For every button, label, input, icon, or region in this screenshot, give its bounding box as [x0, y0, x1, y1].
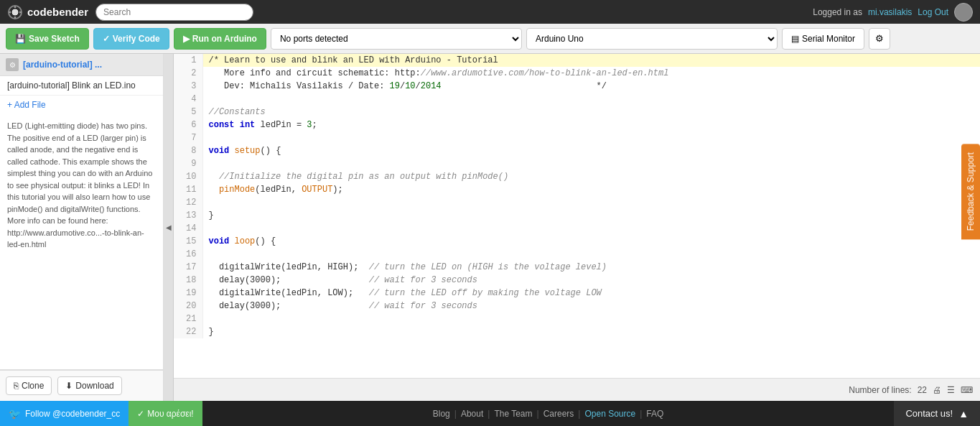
sidebar-header: ⚙ [arduino-tutorial] ...	[0, 54, 163, 76]
line-content[interactable]: pinMode(ledPin, OUTPUT);	[202, 183, 980, 196]
keyboard-icon[interactable]: ⌨	[961, 385, 973, 395]
sidebar-collapse-button[interactable]: ⚙	[6, 58, 19, 71]
line-content[interactable]: }	[202, 325, 980, 338]
sidebar: ⚙ [arduino-tutorial] ... [arduino-tutori…	[0, 54, 164, 401]
settings-gear-icon: ⚙	[875, 33, 884, 44]
line-content[interactable]: const int ledPin = 3;	[202, 119, 980, 131]
print-icon[interactable]: 🖨	[933, 385, 941, 395]
team-link[interactable]: The Team	[490, 409, 536, 419]
line-number: 7	[174, 131, 202, 144]
save-sketch-button[interactable]: 💾 Save Sketch	[6, 28, 89, 50]
line-number: 5	[174, 106, 202, 119]
download-button[interactable]: ⬇ Download	[57, 376, 121, 395]
line-content[interactable]	[202, 248, 980, 261]
line-number: 2	[174, 67, 202, 80]
line-content[interactable]: digitalWrite(ledPin, HIGH); // turn the …	[202, 261, 980, 274]
footer-links: Blog | About | The Team | Careers | Open…	[429, 409, 668, 419]
feedback-tab[interactable]: Feedback & Support	[961, 144, 980, 239]
port-select[interactable]: No ports detected	[271, 28, 522, 50]
gear-icon	[7, 4, 23, 20]
description-text: LED (Light-emitting diode) has two pins.…	[7, 121, 152, 249]
toolbar: 💾 Save Sketch ✓ Verify Code ▶ Run on Ard…	[0, 24, 980, 54]
editor-scroll[interactable]: 1/* Learn to use and blink an LED with A…	[174, 54, 980, 378]
logo-text: codebender	[27, 6, 88, 18]
line-number: 18	[174, 274, 202, 287]
settings-small-icon: ⚙	[9, 61, 16, 69]
line-content[interactable]: //Initialize the digital pin as an outpu…	[202, 170, 980, 183]
clone-button[interactable]: ⎘ Clone	[6, 376, 52, 395]
contact-chevron-icon: ▲	[958, 408, 969, 420]
line-number: 1	[174, 54, 202, 67]
header-right: Logged in as mi.vasilakis Log Out	[813, 3, 973, 22]
collapse-arrow-icon: ◀	[166, 223, 172, 231]
like-label: Μου αρέσει!	[147, 409, 193, 419]
blog-link[interactable]: Blog	[429, 409, 454, 419]
careers-link[interactable]: Careers	[539, 409, 579, 419]
clone-icon: ⎘	[14, 381, 19, 391]
line-content[interactable]: void loop() {	[202, 235, 980, 248]
page-footer: 🐦 Follow @codebender_cc ✓ Μου αρέσει! Bl…	[0, 401, 980, 426]
twitter-icon: 🐦	[9, 408, 21, 420]
logged-in-text: Logged in as	[813, 7, 862, 17]
line-content[interactable]: /* Learn to use and blink an LED with Ar…	[202, 54, 980, 67]
run-label: Run on Arduino	[192, 34, 257, 44]
line-number: 4	[174, 93, 202, 106]
code-table: 1/* Learn to use and blink an LED with A…	[174, 54, 980, 338]
verify-code-button[interactable]: ✓ Verify Code	[93, 28, 169, 50]
add-file-button[interactable]: + Add File	[0, 96, 163, 114]
faq-link[interactable]: FAQ	[642, 409, 668, 419]
contact-label: Contact us!	[905, 408, 953, 419]
line-content[interactable]	[202, 157, 980, 170]
line-content[interactable]	[202, 196, 980, 209]
line-content[interactable]: }	[202, 209, 980, 222]
line-number: 12	[174, 196, 202, 209]
run-on-arduino-button[interactable]: ▶ Run on Arduino	[174, 28, 266, 50]
serial-monitor-button[interactable]: ▤ Serial Monitor	[782, 28, 864, 50]
twitter-label: Follow @codebender_cc	[25, 409, 120, 419]
footer-right: Number of lines: 22 🖨 ☰ ⌨	[849, 385, 973, 395]
line-content[interactable]	[202, 93, 980, 106]
line-number: 9	[174, 157, 202, 170]
line-content[interactable]: More info and circuit schematic: http://…	[202, 67, 980, 80]
sidebar-title: [arduino-tutorial] ...	[23, 60, 102, 70]
line-content[interactable]	[202, 222, 980, 235]
main-content: ⚙ [arduino-tutorial] ... [arduino-tutori…	[0, 54, 980, 401]
line-content[interactable]: delay(3000); // wait for 3 seconds	[202, 300, 980, 312]
file-name: [arduino-tutorial] Blink an LED.ino	[7, 80, 136, 91]
avatar	[954, 3, 973, 22]
line-content[interactable]: digitalWrite(ledPin, LOW); // turn the L…	[202, 287, 980, 300]
line-content[interactable]: delay(3000); // wait for 3 seconds	[202, 274, 980, 287]
line-content[interactable]: //Constants	[202, 106, 980, 119]
line-content[interactable]: Dev: Michalis Vasilakis / Date: 19/10/20…	[202, 80, 980, 93]
search-input[interactable]	[95, 4, 253, 21]
sidebar-footer: ⎘ Clone ⬇ Download	[0, 370, 163, 401]
twitter-button[interactable]: 🐦 Follow @codebender_cc	[0, 401, 129, 426]
clone-label: Clone	[22, 381, 44, 391]
line-number: 21	[174, 312, 202, 325]
line-content[interactable]: void setup() {	[202, 144, 980, 157]
svg-point-2	[13, 9, 18, 14]
line-number: 22	[174, 325, 202, 338]
username-link[interactable]: mi.vasilakis	[868, 7, 912, 17]
collapse-handle[interactable]: ◀	[164, 54, 174, 401]
line-content[interactable]	[202, 131, 980, 144]
lines-icon[interactable]: ☰	[947, 385, 955, 395]
board-select[interactable]: Arduino Uno	[526, 28, 778, 50]
line-number: 6	[174, 119, 202, 131]
like-button[interactable]: ✓ Μου αρέσει!	[129, 401, 202, 426]
line-number: 16	[174, 248, 202, 261]
file-item[interactable]: [arduino-tutorial] Blink an LED.ino	[0, 76, 163, 96]
line-number: 20	[174, 300, 202, 312]
logout-button[interactable]: Log Out	[918, 7, 948, 17]
save-label: Save Sketch	[29, 34, 80, 44]
line-number: 14	[174, 222, 202, 235]
settings-button[interactable]: ⚙	[869, 28, 890, 50]
contact-bar[interactable]: Contact us! ▲	[894, 401, 980, 426]
line-count-label: Number of lines:	[849, 385, 911, 395]
about-link[interactable]: About	[457, 409, 487, 419]
verify-label: Verify Code	[113, 34, 160, 44]
footer-left: 🐦 Follow @codebender_cc ✓ Μου αρέσει!	[0, 401, 202, 426]
line-content[interactable]	[202, 312, 980, 325]
line-number: 15	[174, 235, 202, 248]
opensource-link[interactable]: Open Source	[580, 409, 640, 419]
